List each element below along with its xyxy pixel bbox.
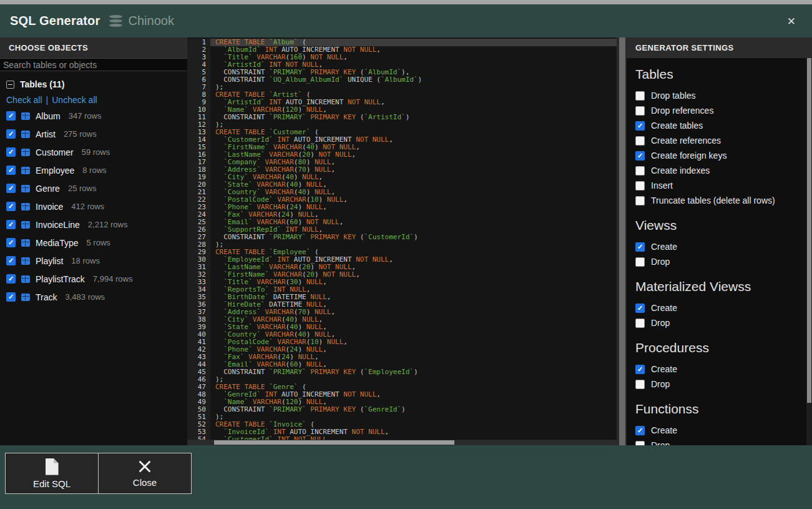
settings-checkbox[interactable]: [635, 196, 645, 205]
table-name: Track: [36, 292, 57, 302]
settings-option-label: Create: [651, 303, 677, 313]
horizontal-scrollbar-thumb[interactable]: [214, 440, 454, 445]
tables-group-row[interactable]: Tables (11): [6, 76, 187, 92]
settings-option[interactable]: Create: [635, 300, 801, 315]
settings-checkbox[interactable]: [635, 380, 645, 389]
code-line: 11 CONSTRAINT `PRIMARY` PRIMARY KEY (`Ar…: [187, 114, 617, 121]
table-checkbox[interactable]: [6, 238, 16, 247]
table-checkbox[interactable]: [6, 274, 16, 284]
settings-option-label: Create: [651, 364, 677, 374]
settings-checkbox[interactable]: [635, 136, 645, 146]
sql-editor[interactable]: 1CREATE TABLE `Album` (2 `AlbumId` INT A…: [187, 37, 617, 445]
settings-checkbox[interactable]: [635, 441, 645, 446]
table-row[interactable]: MediaType5 rows: [6, 234, 187, 252]
close-button[interactable]: Close: [98, 453, 192, 494]
settings-option[interactable]: Insert: [635, 178, 801, 193]
line-content: CONSTRAINT `PRIMARY` PRIMARY KEY (`Emplo…: [210, 368, 617, 376]
settings-option[interactable]: Drop: [635, 254, 801, 269]
settings-option-label: Drop references: [651, 106, 713, 116]
line-number: 8: [187, 91, 210, 99]
collapse-icon[interactable]: [6, 81, 14, 89]
settings-option[interactable]: Create tables: [635, 118, 801, 133]
line-content: CONSTRAINT `PRIMARY` PRIMARY KEY (`Custo…: [210, 234, 617, 241]
line-content: CONSTRAINT `PRIMARY` PRIMARY KEY (`Artis…: [210, 114, 617, 121]
settings-option[interactable]: Drop: [635, 438, 801, 445]
settings-checkbox[interactable]: [635, 319, 645, 328]
table-checkbox[interactable]: [6, 111, 16, 121]
table-checkbox[interactable]: [6, 256, 16, 265]
table-row[interactable]: Customer59 rows: [6, 143, 187, 161]
settings-option[interactable]: Create references: [635, 133, 801, 148]
table-row[interactable]: Genre25 rows: [6, 179, 187, 197]
table-checkbox[interactable]: [6, 292, 16, 302]
settings-section-title: Materialized Viewss: [635, 279, 801, 294]
table-checkbox[interactable]: [6, 166, 16, 175]
line-number: 4: [187, 61, 210, 69]
table-row-count: 18 rows: [71, 256, 100, 265]
table-name: Invoice: [36, 202, 63, 212]
table-icon: [21, 221, 30, 229]
settings-checkbox[interactable]: [635, 151, 645, 161]
settings-option[interactable]: Drop: [635, 377, 801, 392]
table-icon: [21, 203, 30, 210]
table-row[interactable]: Artist275 rows: [6, 125, 187, 143]
settings-section-title: Viewss: [635, 218, 801, 233]
settings-checkbox[interactable]: [635, 91, 645, 101]
search-input[interactable]: [0, 59, 187, 71]
table-checkbox[interactable]: [6, 202, 16, 211]
table-checkbox[interactable]: [6, 147, 16, 157]
table-row[interactable]: Invoice412 rows: [6, 197, 187, 215]
table-row-count: 25 rows: [68, 184, 97, 193]
settings-option[interactable]: Create: [635, 362, 801, 377]
settings-option[interactable]: Truncate tables (delete all rows): [635, 193, 801, 208]
settings-checkbox[interactable]: [635, 257, 645, 267]
settings-option-label: Drop: [651, 379, 670, 389]
table-row[interactable]: Playlist18 rows: [6, 252, 187, 270]
settings-option[interactable]: Drop tables: [635, 88, 801, 103]
horizontal-scrollbar[interactable]: [187, 440, 617, 445]
settings-checkbox[interactable]: [635, 106, 645, 116]
table-checkbox[interactable]: [6, 184, 16, 193]
table-row[interactable]: Track3,483 rows: [6, 288, 187, 306]
uncheck-all-link[interactable]: Uncheck all: [52, 95, 97, 105]
settings-option[interactable]: Drop: [635, 315, 801, 330]
settings-checkbox[interactable]: [635, 426, 645, 435]
settings-option-label: Drop: [651, 257, 670, 267]
close-icon[interactable]: ✕: [787, 14, 796, 27]
table-checkbox[interactable]: [6, 220, 16, 229]
table-name: Album: [36, 111, 61, 121]
panel-splitter[interactable]: [617, 37, 627, 445]
table-icon: [21, 131, 30, 138]
tables-list: Album347 rowsArtist275 rowsCustomer59 ro…: [6, 107, 187, 306]
settings-option[interactable]: Create foreign keys: [635, 148, 801, 163]
table-row[interactable]: Employee8 rows: [6, 161, 187, 179]
code-line: 50 CONSTRAINT `PRIMARY` PRIMARY KEY (`Ge…: [187, 406, 617, 413]
check-all-link[interactable]: Check all: [6, 95, 42, 105]
table-row-count: 8 rows: [82, 166, 106, 175]
table-row[interactable]: PlaylistTrack7,994 rows: [6, 270, 187, 288]
line-number: 6: [187, 76, 210, 84]
table-row[interactable]: Album347 rows: [6, 107, 187, 125]
settings-sections: TablesDrop tablesDrop referencesCreate t…: [627, 58, 812, 445]
table-icon: [21, 149, 30, 156]
settings-option-label: Create tables: [651, 121, 703, 131]
table-row-count: 59 rows: [82, 147, 110, 157]
line-content: CONSTRAINT `PRIMARY` PRIMARY KEY (`Genre…: [210, 406, 617, 413]
settings-checkbox[interactable]: [635, 121, 645, 131]
edit-sql-button[interactable]: Edit SQL: [5, 453, 99, 494]
database-icon: [109, 15, 122, 27]
settings-checkbox[interactable]: [635, 166, 645, 175]
settings-checkbox[interactable]: [635, 365, 645, 374]
vertical-scrollbar-thumb[interactable]: [807, 58, 811, 403]
settings-checkbox[interactable]: [635, 181, 645, 190]
vertical-scrollbar[interactable]: [806, 58, 812, 445]
table-row[interactable]: InvoiceLine2,212 rows: [6, 215, 187, 234]
table-name: Artist: [36, 129, 56, 139]
settings-checkbox[interactable]: [635, 304, 645, 313]
settings-checkbox[interactable]: [635, 242, 645, 252]
table-checkbox[interactable]: [6, 129, 16, 139]
settings-option[interactable]: Create indexes: [635, 163, 801, 178]
settings-option[interactable]: Drop references: [635, 103, 801, 118]
settings-option[interactable]: Create: [635, 239, 801, 254]
settings-option[interactable]: Create: [635, 423, 801, 438]
